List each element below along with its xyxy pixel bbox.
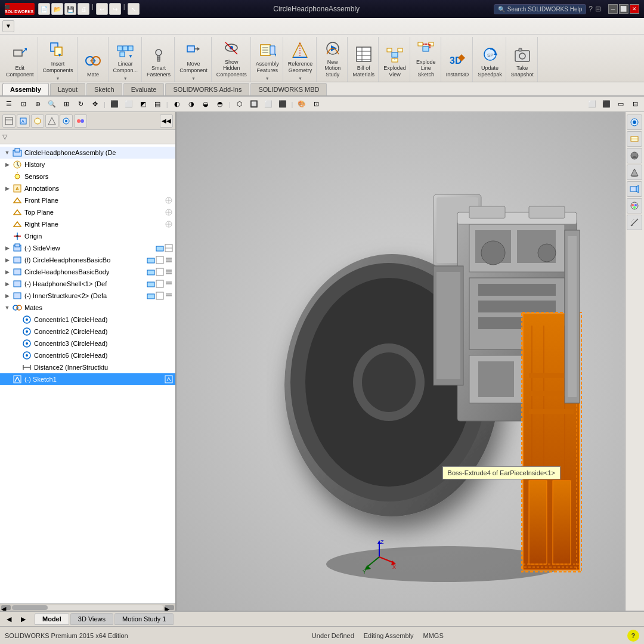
display2-btn[interactable]: ◑ [185,98,198,110]
measure-btn[interactable]: ↔ [627,215,642,230]
bottom-tab-model[interactable]: Model [35,613,69,625]
scroll-tree-left[interactable]: ◀ [2,613,16,625]
tree-item-concentric2[interactable]: Concentric2 (CircleHead) [0,326,175,338]
restore-btn[interactable]: ⬜ [619,4,628,14]
statusbar-right[interactable]: ? [627,630,639,642]
color-btn[interactable]: 🎨 [295,98,308,110]
tree-item-circle-basic1[interactable]: ▶ (f) CircleHeadphonesBasicBo [0,254,175,266]
tree-item-circle-basic2[interactable]: ▶ CircleHeadphonesBasicBody [0,266,175,278]
display1-btn[interactable]: ◐ [171,98,184,110]
tab-addins[interactable]: SOLIDWORKS Add-Ins [165,83,249,95]
horizontal-scrollbar[interactable]: ◀ ▶ [0,603,175,611]
insert-components-btn[interactable]: ▼ InsertComponents ▼ [39,37,78,82]
tree-item-sketch1[interactable]: (-) Sketch1 [0,373,175,385]
zoom-region-btn[interactable]: ⊕ [31,98,44,110]
feature-tree-btn[interactable] [2,114,16,128]
reference-geometry-btn[interactable]: ReferenceGeometry ▼ [284,37,317,82]
scroll-track[interactable] [12,605,163,610]
view7-btn[interactable]: ⬜ [262,98,275,110]
appearance-btn[interactable] [74,114,87,128]
ambient-occlusion-btn[interactable] [627,148,642,163]
normal-view-btn[interactable]: ⬜ [122,98,135,110]
3d-viewport[interactable]: Boss-Extrude4 of EarPieceInside<1> Z X Y [177,112,644,611]
tree-item-concentric3[interactable]: Concentric3 (CircleHead) [0,338,175,349]
color-display-btn[interactable] [627,198,642,213]
search-placeholder[interactable]: Search SOLIDWORKS Help [507,6,583,13]
tree-item-inner-structure[interactable]: ▶ (-) InnerStructkure<2> (Defa [0,290,175,302]
render-btn[interactable]: ◩ [137,98,150,110]
minimize-btn[interactable]: ─ [608,4,618,14]
view1-btn[interactable]: ▤ [151,98,164,110]
new-file-btn[interactable]: 📄 [38,3,50,15]
assembly-features-btn[interactable]: ▼ AssemblyFeatures ▼ [252,37,283,82]
redo-btn[interactable]: ↪ [109,3,121,15]
scroll-tree-right[interactable]: ▶ [17,613,30,625]
view5-btn[interactable]: ⬡ [233,98,246,110]
scroll-right-btn[interactable]: ▶ [165,605,174,610]
property-manager-btn[interactable]: A [17,114,30,128]
tree-item-concentric6[interactable]: Concentric6 (CircleHead) [0,349,175,361]
right-toolbar2[interactable]: ⬛ [600,98,613,110]
linear-component-btn[interactable]: ▼ LinearCompon... ▼ [110,37,143,82]
move-component-btn[interactable]: MoveComponent ▼ [176,37,212,82]
tree-item-history[interactable]: ▶ History [0,159,175,171]
tree-item-top-plane[interactable]: Top Plane [0,206,175,218]
tab-mbd[interactable]: SOLIDWORKS MBD [250,83,327,95]
tree-item-annotations[interactable]: ▶ A Annotations [0,182,175,194]
instant3d-btn[interactable]: 3D Instant3D [442,37,473,82]
tab-layout[interactable]: Layout [50,83,85,95]
close-btn[interactable]: ✕ [630,4,639,14]
tree-item-sideview[interactable]: ▶ (-) SideView [0,242,175,254]
bottom-tab-motion-study[interactable]: Motion Study 1 [114,613,174,625]
tab-assembly[interactable]: Assembly [2,83,49,95]
right-toolbar3[interactable]: ▭ [614,98,627,110]
shadows-btn[interactable] [627,165,642,180]
menu-arrow[interactable]: ▼ [2,20,14,32]
tree-item-distance2[interactable]: Distance2 (InnerStructktu [0,361,175,373]
undo-btn[interactable]: ↩ [96,3,108,15]
tree-item-concentric1[interactable]: Concentric1 (CircleHead) [0,314,175,326]
scroll-thumb[interactable] [12,605,48,610]
right-toolbar1[interactable]: ⬜ [586,98,599,110]
scene-btn[interactable] [627,114,642,130]
save-btn[interactable]: 💾 [64,3,76,15]
print-btn[interactable]: 🖨 [78,3,89,15]
smart-fasteners-btn[interactable]: SmartFasteners [143,37,175,82]
exploded-view-btn[interactable]: ExplodedView [380,37,410,82]
tab-evaluate[interactable]: Evaluate [123,83,165,95]
zoom-in-btn[interactable]: 🔍 [45,98,58,110]
display3-btn[interactable]: ◒ [199,98,212,110]
explode-line-sketch-btn[interactable]: ExplodeLineSketch [411,37,441,82]
filter-btn[interactable]: ☰ [2,98,16,110]
view8-btn[interactable]: ⬛ [276,98,289,110]
display4-btn[interactable]: ◓ [213,98,227,110]
open-file-btn[interactable]: 📂 [51,3,63,15]
zoom-select-btn[interactable]: ⊡ [17,98,30,110]
dim-expert-btn[interactable] [45,114,58,128]
new-motion-study-btn[interactable]: NewMotionStudy [318,37,348,82]
tree-item-headphone-shell[interactable]: ▶ (-) HeadphoneShell<1> (Def [0,278,175,290]
help-btn[interactable]: ? [627,630,639,642]
section-view-btn[interactable]: ⬛ [108,98,121,110]
more-btn[interactable]: ⊡ [309,98,323,110]
bottom-tab-3d-views[interactable]: 3D Views [70,613,113,625]
view6-btn[interactable]: 🔲 [247,98,261,110]
zoom-fit-btn[interactable]: ⊞ [60,98,73,110]
config-manager-btn[interactable] [31,114,44,128]
edit-component-btn[interactable]: EditComponent [2,37,38,82]
tree-item-front-plane[interactable]: Front Plane [0,194,175,206]
tree-item-sensors[interactable]: Sensors [0,171,175,182]
rotate-btn[interactable]: ↻ [74,98,87,110]
take-snapshot-btn[interactable]: TakeSnapshot [507,37,538,82]
right-toolbar4[interactable]: ⊟ [628,98,642,110]
realview-btn[interactable] [627,131,642,147]
display-states-btn[interactable] [60,114,73,128]
tree-item-mates[interactable]: ▼ Mates [0,302,175,314]
perspective-btn[interactable] [627,181,642,197]
mate-btn[interactable]: Mate [79,37,109,82]
scroll-left-btn[interactable]: ◀ [1,605,11,610]
tree-item-origin[interactable]: Origin [0,230,175,242]
tree-item-root[interactable]: ▼ CircleHeadphoneAssembly (De [0,147,175,159]
update-speedpak-btn[interactable]: SP UpdateSpeedpak [474,37,506,82]
collapse-all-btn[interactable]: ◀◀ [160,114,173,128]
